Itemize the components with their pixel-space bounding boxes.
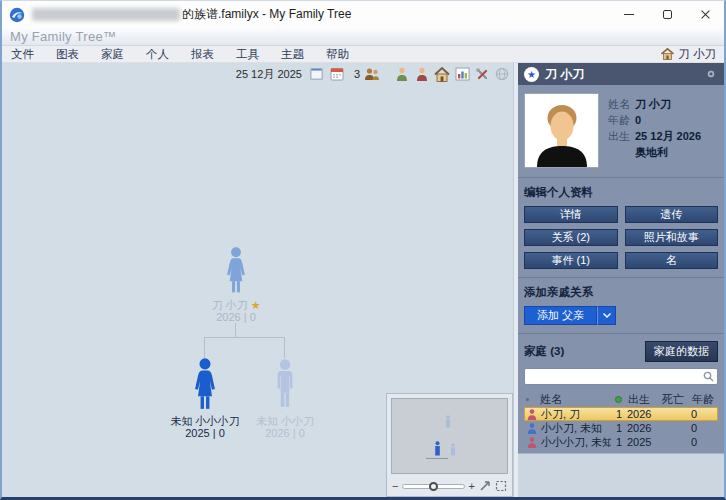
name-column-header[interactable]: 姓名	[540, 392, 615, 407]
table-row[interactable]: 小刀, 刀 1 2026 0	[524, 407, 718, 421]
person-female-icon	[527, 409, 537, 420]
calendar-icon[interactable]	[329, 66, 345, 82]
table-row[interactable]: 小小刀, 未知 1 2026 0	[524, 421, 718, 435]
person-card: 姓名刀 小刀 年龄0 出生25 12月 2026 奥地利	[518, 85, 724, 178]
zoom-slider-thumb[interactable]	[429, 482, 438, 491]
add-relatives-icon[interactable]	[364, 66, 380, 82]
home-icon	[661, 48, 674, 60]
app-logo-icon	[9, 7, 25, 23]
star-icon: ★	[251, 299, 261, 311]
menu-family[interactable]: 家庭	[90, 47, 135, 62]
edit-section: 编辑个人资料 详情 遗传 关系 (2) 照片和故事 事件 (1) 名	[518, 178, 724, 278]
field-value: 刀 小刀	[635, 96, 671, 112]
tools-icon[interactable]	[474, 66, 490, 82]
person-male-icon[interactable]	[394, 66, 410, 82]
expand-icon[interactable]	[495, 480, 507, 492]
maximize-button[interactable]	[648, 1, 686, 28]
minimize-button[interactable]	[610, 1, 648, 28]
tree-connector	[284, 337, 285, 358]
died-column-header[interactable]: 死亡	[662, 392, 692, 407]
close-button[interactable]	[686, 1, 724, 28]
menu-reports[interactable]: 报表	[180, 47, 225, 62]
menu-help[interactable]: 帮助	[315, 47, 360, 62]
living-indicator-icon	[615, 396, 622, 403]
sidebar-empty-area	[518, 453, 724, 497]
age-column-header[interactable]: 年龄	[692, 392, 716, 407]
details-button[interactable]: 详情	[524, 206, 618, 223]
field-label	[608, 144, 635, 160]
selected-person-name: 刀 小刀	[545, 66, 698, 83]
row-age: 0	[691, 408, 715, 420]
fit-icon[interactable]	[479, 480, 491, 492]
canvas-toolbar: 25 12月 2025 3	[2, 63, 513, 85]
row-age: 0	[691, 422, 715, 434]
web-icon[interactable]	[494, 66, 510, 82]
row-born: 2025	[625, 436, 661, 448]
zoom-in-button[interactable]: +	[469, 479, 475, 493]
tree-connector	[235, 323, 236, 337]
person-female-icon[interactable]	[414, 66, 430, 82]
row-name: 小小刀, 未知	[541, 421, 611, 436]
tree-canvas[interactable]: 25 12月 2025 3	[2, 63, 513, 497]
menu-bar: 文件 图表 家庭 个人 报表 工具 主题 帮助 刀 小刀	[2, 46, 724, 63]
home-person-name: 刀 小刀	[678, 47, 716, 62]
search-input[interactable]	[528, 371, 703, 383]
tree-person-left[interactable]	[188, 358, 222, 414]
row-name: 小小小刀, 未知	[541, 435, 611, 450]
minimap-person	[444, 415, 452, 428]
zoom-slider[interactable]	[402, 484, 464, 489]
menu-tools[interactable]: 工具	[225, 47, 270, 62]
family-data-button[interactable]: 家庭的数据	[645, 341, 718, 362]
menu-file[interactable]: 文件	[8, 47, 45, 62]
tree-label-right: 未知 小小刀 2026 | 0	[225, 415, 345, 439]
current-date: 25 12月 2025	[236, 67, 302, 82]
minimap-panel: − +	[386, 393, 513, 497]
gear-icon[interactable]	[704, 67, 718, 81]
minimize-icon	[624, 14, 634, 15]
tree-person-root[interactable]	[220, 247, 252, 297]
minimap-view[interactable]	[391, 398, 508, 474]
tree-connector	[204, 337, 285, 338]
home-icon[interactable]	[434, 66, 450, 82]
menu-charts[interactable]: 图表	[45, 47, 90, 62]
add-section-title: 添加亲戚关系	[524, 285, 718, 300]
sidebar-header: ★ 刀 小刀	[518, 63, 724, 85]
title-bar: 的族谱.familyx - My Family Tree	[2, 1, 724, 28]
table-row[interactable]: 小小小刀, 未知 1 2025 0	[524, 435, 718, 449]
window-icon[interactable]	[309, 66, 325, 82]
add-father-button[interactable]: 添加 父亲	[524, 306, 597, 325]
born-column-header[interactable]: 出生	[626, 392, 662, 407]
tree-person-right[interactable]	[269, 359, 301, 411]
family-section: 家庭 (3) 家庭的数据 姓名 出生 死亡 年龄	[518, 334, 724, 453]
search-icon	[703, 371, 714, 382]
events-button[interactable]: 事件 (1)	[524, 252, 618, 269]
field-value: 25 12月 2026	[635, 128, 701, 144]
person-fields: 姓名刀 小刀 年龄0 出生25 12月 2026 奥地利	[608, 93, 701, 168]
family-table: 姓名 出生 死亡 年龄 小刀, 刀 1 2026 0	[524, 392, 718, 449]
sort-column-header[interactable]	[526, 398, 540, 401]
zoom-out-button[interactable]: −	[392, 479, 398, 493]
home-person-button[interactable]: 刀 小刀	[661, 47, 718, 62]
genetics-button[interactable]: 遗传	[625, 206, 719, 223]
row-born: 2026	[625, 408, 661, 420]
menu-person[interactable]: 个人	[135, 47, 180, 62]
minimap-label-line	[426, 458, 448, 459]
person-sidebar: ★ 刀 小刀 姓名刀 小刀	[518, 63, 724, 497]
edit-section-title: 编辑个人资料	[524, 185, 718, 200]
row-count: 1	[611, 436, 625, 448]
close-icon	[700, 9, 711, 20]
zoom-bar: − +	[387, 478, 512, 494]
photos-stories-button[interactable]: 照片和故事	[625, 229, 719, 246]
add-relative-dropdown[interactable]	[597, 306, 616, 325]
names-button[interactable]: 名	[625, 252, 719, 269]
relatives-count: 3	[354, 68, 360, 80]
sort-icon	[526, 398, 529, 401]
brand-title: My Family Tree™	[10, 29, 116, 44]
relationships-button[interactable]: 关系 (2)	[524, 229, 618, 246]
family-search	[524, 368, 718, 385]
menu-themes[interactable]: 主题	[270, 47, 315, 62]
field-value: 奥地利	[635, 144, 668, 160]
statistics-icon[interactable]	[454, 66, 470, 82]
family-table-header: 姓名 出生 死亡 年龄	[524, 392, 718, 407]
person-photo[interactable]	[524, 93, 599, 168]
